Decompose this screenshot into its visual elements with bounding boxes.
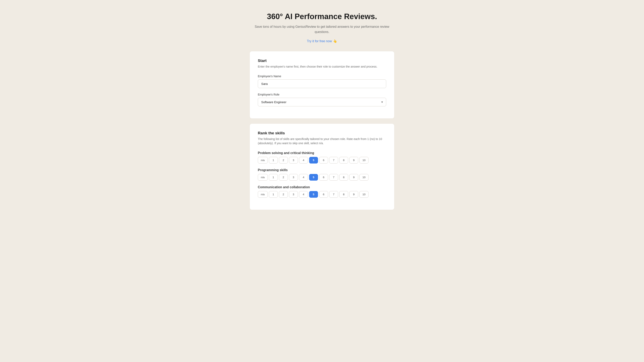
skill-name-0: Problem solving and critical thinking bbox=[258, 151, 386, 155]
rating-btn-6-0[interactable]: 6 bbox=[319, 157, 328, 163]
rating-btn-1-0[interactable]: 1 bbox=[269, 157, 278, 163]
rating-btn-8-2[interactable]: 8 bbox=[339, 191, 348, 198]
skill-name-2: Communication and collaboration bbox=[258, 185, 386, 189]
rating-btn-na-0[interactable]: n/a bbox=[258, 157, 268, 163]
employee-role-group: Employee's Role Software Engineer Produc… bbox=[258, 93, 386, 106]
rating-btn-4-2[interactable]: 4 bbox=[299, 191, 308, 198]
rating-buttons-2: n/a 1 2 3 4 5 6 7 8 9 10 bbox=[258, 191, 386, 198]
rating-btn-na-2[interactable]: n/a bbox=[258, 191, 268, 198]
rating-btn-9-1[interactable]: 9 bbox=[349, 174, 358, 181]
hero-title: 360° AI Performance Reviews. bbox=[252, 12, 392, 21]
skills-card-description: The following list of skills are specifi… bbox=[258, 137, 386, 146]
rating-btn-7-1[interactable]: 7 bbox=[329, 174, 338, 181]
rating-btn-6-1[interactable]: 6 bbox=[319, 174, 328, 181]
rating-btn-1-1[interactable]: 1 bbox=[269, 174, 278, 181]
rating-btn-10-0[interactable]: 10 bbox=[360, 157, 368, 163]
skills-card-title: Rank the skills bbox=[258, 131, 386, 135]
rating-btn-2-0[interactable]: 2 bbox=[279, 157, 288, 163]
rating-btn-2-2[interactable]: 2 bbox=[279, 191, 288, 198]
start-card: Start Enter the employee's name first, t… bbox=[250, 51, 394, 119]
start-card-description: Enter the employee's name first, then ch… bbox=[258, 64, 386, 69]
hero-subtitle: Save tons of hours by using GeniusReview… bbox=[252, 24, 392, 34]
employee-name-group: Employee's Name bbox=[258, 75, 386, 88]
rating-btn-9-2[interactable]: 9 bbox=[349, 191, 358, 198]
rating-buttons-0: n/a 1 2 3 4 5 6 7 8 9 10 bbox=[258, 157, 386, 163]
rating-btn-10-1[interactable]: 10 bbox=[360, 174, 368, 181]
start-card-title: Start bbox=[258, 58, 386, 63]
rating-btn-8-1[interactable]: 8 bbox=[339, 174, 348, 181]
rating-btn-4-1[interactable]: 4 bbox=[299, 174, 308, 181]
skill-group-0: Problem solving and critical thinking n/… bbox=[258, 151, 386, 163]
rating-btn-5-0[interactable]: 5 bbox=[309, 157, 318, 163]
rating-buttons-1: n/a 1 2 3 4 5 6 7 8 9 10 bbox=[258, 174, 386, 181]
employee-role-select-wrapper: Software Engineer Product Manager Design… bbox=[258, 98, 386, 106]
try-free-text: Try it for free now bbox=[307, 39, 332, 43]
rating-btn-3-2[interactable]: 3 bbox=[289, 191, 298, 198]
employee-role-select[interactable]: Software Engineer Product Manager Design… bbox=[258, 98, 386, 106]
rating-btn-6-2[interactable]: 6 bbox=[319, 191, 328, 198]
rating-btn-3-0[interactable]: 3 bbox=[289, 157, 298, 163]
employee-name-label: Employee's Name bbox=[258, 75, 386, 78]
rating-btn-5-1[interactable]: 5 bbox=[309, 174, 318, 181]
pointing-icon: 👆 bbox=[333, 39, 337, 43]
hero-section: 360° AI Performance Reviews. Save tons o… bbox=[252, 12, 392, 43]
skill-group-1: Programming skills n/a 1 2 3 4 5 6 7 8 9… bbox=[258, 168, 386, 181]
rating-btn-na-1[interactable]: n/a bbox=[258, 174, 268, 181]
rating-btn-10-2[interactable]: 10 bbox=[360, 191, 368, 198]
rating-btn-2-1[interactable]: 2 bbox=[279, 174, 288, 181]
rating-btn-9-0[interactable]: 9 bbox=[349, 157, 358, 163]
rating-btn-4-0[interactable]: 4 bbox=[299, 157, 308, 163]
skills-card: Rank the skills The following list of sk… bbox=[250, 123, 394, 210]
skill-group-2: Communication and collaboration n/a 1 2 … bbox=[258, 185, 386, 198]
rating-btn-7-2[interactable]: 7 bbox=[329, 191, 338, 198]
rating-btn-3-1[interactable]: 3 bbox=[289, 174, 298, 181]
skill-name-1: Programming skills bbox=[258, 168, 386, 172]
rating-btn-8-0[interactable]: 8 bbox=[339, 157, 348, 163]
rating-btn-7-0[interactable]: 7 bbox=[329, 157, 338, 163]
rating-btn-1-2[interactable]: 1 bbox=[269, 191, 278, 198]
employee-role-label: Employee's Role bbox=[258, 93, 386, 96]
try-free-link[interactable]: Try it for free now 👆 bbox=[307, 39, 337, 43]
rating-btn-5-2[interactable]: 5 bbox=[309, 191, 318, 198]
employee-name-input[interactable] bbox=[258, 79, 386, 88]
